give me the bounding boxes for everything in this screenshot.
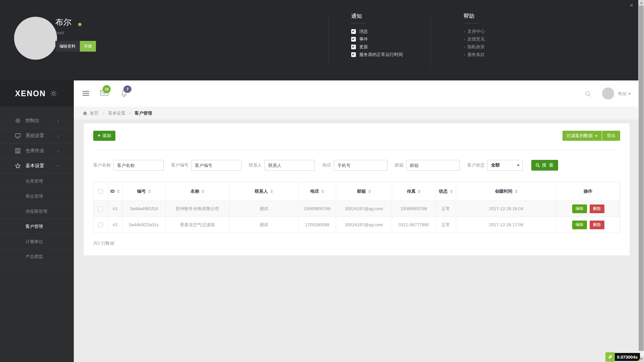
breadcrumb-separator: / <box>103 111 104 116</box>
sidebar-subitem[interactable]: 计量单位 <box>0 234 74 249</box>
sidebar-subitem[interactable]: 产品类型 <box>0 249 74 264</box>
sort-icon[interactable] <box>202 190 204 193</box>
sidebar-item-basic-settings[interactable]: 基本设置 › <box>0 159 74 174</box>
monitor-icon <box>15 133 21 139</box>
scrollbar-thumb[interactable] <box>639 6 644 351</box>
export-button[interactable]: 导出 <box>602 131 620 141</box>
content-area: +添加 过滤某列数据 导出 客户名称 客户编号 联系人 <box>74 120 638 362</box>
star-icon <box>15 163 21 169</box>
top-profile-band: 布尔 bool 编辑资料 升级 通知 消息 事件 更新 <box>0 0 644 80</box>
contact-input[interactable] <box>265 160 315 171</box>
sidebar-subitem[interactable]: 仓库管理 <box>0 174 74 189</box>
sidebar-item-system-settings[interactable]: 系统设置 › <box>0 128 74 143</box>
sidebar-subitem[interactable]: 客户管理 <box>0 219 74 234</box>
notification-option[interactable]: 服务器的正常运行时间 <box>351 51 403 58</box>
sidebar-subitem[interactable]: 库位管理 <box>0 189 74 204</box>
sort-icon[interactable] <box>515 190 518 193</box>
sort-icon[interactable] <box>148 190 151 193</box>
hamburger-menu-icon[interactable] <box>83 91 89 96</box>
column-header[interactable]: 联系人 <box>229 182 299 200</box>
checkbox-checked[interactable] <box>351 29 356 34</box>
delete-button[interactable]: 删除 <box>590 204 604 213</box>
notification-option-label: 事件 <box>359 36 368 42</box>
phone-input[interactable] <box>334 160 387 171</box>
column-header[interactable]: 操作 <box>556 182 620 200</box>
column-header[interactable]: 电话 <box>299 182 336 200</box>
scroll-up-button[interactable] <box>638 0 644 6</box>
delete-button[interactable]: 删除 <box>590 221 604 229</box>
sidebar-item-console[interactable]: 控制台 › <box>0 113 74 128</box>
notifications-list: 消息 事件 更新 服务器的正常运行时间 <box>351 27 403 58</box>
edit-button[interactable]: 编辑 <box>572 204 587 213</box>
help-link-item[interactable]: › 反馈意见 <box>464 35 485 43</box>
column-header[interactable]: ID <box>108 182 122 200</box>
notification-option-label: 更新 <box>359 44 368 50</box>
customer-name-input[interactable] <box>113 160 164 171</box>
brand-logo[interactable]: XENON <box>15 89 46 98</box>
column-header[interactable]: 名称 <box>166 182 229 200</box>
add-customer-button[interactable]: +添加 <box>93 131 115 141</box>
upgrade-button[interactable]: 升级 <box>80 41 96 52</box>
help-link[interactable]: 反馈意见 <box>467 36 485 42</box>
breadcrumb-home[interactable]: 首页 <box>90 110 99 116</box>
user-menu[interactable]: 布尔 <box>618 91 631 97</box>
row-checkbox-cell <box>94 217 108 233</box>
gear-icon <box>15 118 21 124</box>
notification-option[interactable]: 更新 <box>351 43 403 51</box>
help-link[interactable]: 隐私政策 <box>467 44 485 50</box>
divider <box>328 14 328 68</box>
alerts-button[interactable]: 7 <box>120 89 128 99</box>
checkbox-checked[interactable] <box>351 52 356 57</box>
edit-button[interactable]: 编辑 <box>572 221 587 229</box>
messages-button[interactable]: 15 <box>100 89 109 98</box>
sort-icon[interactable] <box>117 190 120 193</box>
column-header[interactable]: 编号 <box>122 182 166 200</box>
column-header[interactable]: 传真 <box>392 182 436 200</box>
sort-icon[interactable] <box>450 190 453 193</box>
chevron-right-icon: › <box>57 133 59 139</box>
profile-avatar[interactable] <box>14 17 57 60</box>
checkbox-checked[interactable] <box>351 37 356 42</box>
cell-fax: 0312-56777890 <box>392 217 436 233</box>
home-icon[interactable] <box>83 111 88 116</box>
filter-row: 客户名称 客户编号 联系人 电话 邮箱 客户状态 全 <box>93 160 620 171</box>
profile-name: 布尔 <box>55 17 71 27</box>
edit-profile-button[interactable]: 编辑资料 <box>55 41 79 52</box>
sidebar-item-warehouse-ops[interactable]: 仓库作业 › <box>0 143 74 159</box>
customer-code-input[interactable] <box>191 160 241 171</box>
checkbox-checked[interactable] <box>351 45 356 49</box>
sidebar-subitem[interactable]: 供应商管理 <box>0 204 74 219</box>
email-input[interactable] <box>406 160 460 171</box>
row-checkbox[interactable] <box>98 206 103 211</box>
search-button[interactable]: 搜 索 <box>531 160 558 171</box>
sort-icon[interactable] <box>321 190 324 193</box>
user-avatar[interactable] <box>602 87 614 100</box>
help-link-item[interactable]: › 服务条款 <box>464 51 485 58</box>
column-header[interactable]: 状态 <box>436 182 456 200</box>
search-icon[interactable] <box>585 90 591 99</box>
column-header-label: 电话 <box>310 189 319 194</box>
profiler-badge: 0.073004s <box>605 352 640 362</box>
cell-fax: 15069900798 <box>392 200 436 217</box>
close-icon[interactable]: × <box>630 1 633 9</box>
notification-option[interactable]: 事件 <box>351 35 403 43</box>
vertical-scrollbar[interactable] <box>638 0 644 362</box>
settings-gear-icon[interactable] <box>50 90 57 97</box>
status-select[interactable]: 全部 <box>487 160 523 171</box>
column-header[interactable]: 邮箱 <box>336 182 392 200</box>
row-checkbox[interactable] <box>98 223 103 227</box>
sort-icon[interactable] <box>418 190 421 193</box>
select-all-checkbox[interactable] <box>98 189 103 194</box>
sort-icon[interactable] <box>368 190 371 193</box>
column-header[interactable]: 创建时间 <box>456 182 556 200</box>
profiler-leaf-icon[interactable] <box>605 352 615 362</box>
help-link[interactable]: 服务条款 <box>467 52 485 58</box>
filter-columns-dropdown[interactable]: 过滤某列数据 <box>562 131 602 141</box>
help-link[interactable]: 支持中心 <box>467 28 485 35</box>
sort-icon[interactable] <box>270 190 273 193</box>
help-link-item[interactable]: › 隐私政策 <box>464 43 485 51</box>
notification-option[interactable]: 消息 <box>351 27 403 35</box>
column-header-label: 邮箱 <box>357 189 366 194</box>
help-link-item[interactable]: › 支持中心 <box>464 27 485 35</box>
breadcrumb-section[interactable]: 基本设置 <box>108 110 125 116</box>
